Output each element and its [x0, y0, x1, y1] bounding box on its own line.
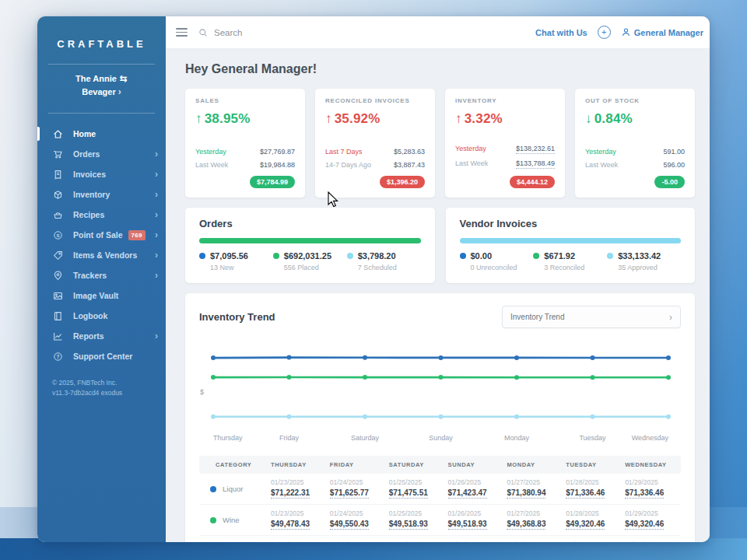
search-input[interactable]: Search: [198, 28, 242, 37]
cell-value[interactable]: $49,368.83: [507, 520, 545, 530]
sidebar-item-trackers[interactable]: Trackers ›: [37, 265, 166, 285]
property-selector[interactable]: The Annie⇆ Bevager›: [37, 72, 166, 99]
kpi-row: SALES ↑38.95% Yesterday$27,769.87 Last W…: [185, 89, 695, 198]
sidebar-item-label: Recipes: [73, 210, 104, 219]
kpi-row-value: $19,984.88: [260, 161, 295, 169]
sidebar-item-inventory[interactable]: Inventory ›: [37, 184, 166, 205]
chevron-right-icon: ›: [155, 149, 158, 159]
home-icon: [52, 128, 63, 139]
sidebar-item-logbook[interactable]: Logbook: [37, 306, 166, 326]
user-label: General Manager: [634, 28, 703, 37]
sidebar-item-recipes[interactable]: Recipes ›: [37, 205, 166, 225]
cell-value[interactable]: $71,380.94: [507, 488, 545, 499]
box-icon: [52, 189, 63, 200]
image-icon: [52, 290, 63, 301]
trend-metric-dropdown[interactable]: Inventory Trend ›: [502, 306, 681, 328]
legend-amount: $671.92: [544, 251, 575, 261]
kpi-card-inventory[interactable]: INVENTORY ↑3.32% Yesterday$138,232.61 La…: [445, 89, 565, 198]
legend-amount: $692,031.25: [284, 251, 331, 261]
orders-legend-new: $7,095.56 13 New: [199, 251, 273, 271]
kpi-row-key: Last Week: [585, 161, 618, 169]
cell-value[interactable]: $71,336.46: [625, 488, 664, 499]
cell-value[interactable]: $71,222.31: [271, 488, 310, 499]
swap-property-icon[interactable]: ⇆: [120, 73, 128, 84]
kpi-row-value: $5,283.63: [394, 148, 425, 156]
table-row-partial: 01/23/2025 01/24/2025 01/25/2025 01/26/2…: [199, 536, 681, 542]
sidebar-item-orders[interactable]: Orders ›: [37, 144, 166, 164]
cell-value[interactable]: $49,518.93: [448, 520, 487, 530]
kpi-card-out-of-stock[interactable]: OUT OF STOCK ↓0.84% Yesterday591.00 Last…: [575, 89, 695, 198]
table-row-wine: Wine 01/23/2025$49,478.43 01/24/2025$49,…: [199, 505, 681, 536]
sidebar-nav: Home Orders › Invoices › Inventory › Rec…: [37, 124, 166, 366]
kpi-delta-badge: $7,784.99: [250, 176, 295, 188]
chevron-right-icon: ›: [155, 230, 158, 240]
cell-value[interactable]: $49,518.93: [389, 520, 428, 530]
kpi-row-value[interactable]: $138,232.61: [516, 145, 555, 154]
legend-amount: $33,133.42: [618, 251, 661, 261]
vendor-invoices-card[interactable]: Vendor Invoices $0.00 0 Unreconciled $67…: [446, 208, 696, 283]
blue-dot-icon: [460, 253, 466, 259]
cell-value[interactable]: $49,550.43: [330, 520, 369, 530]
kpi-delta-badge: $4,444.12: [510, 176, 555, 188]
svg-text:?: ?: [56, 353, 59, 359]
map-pin-icon: [52, 270, 63, 281]
cell-value[interactable]: $49,478.43: [271, 520, 310, 530]
property-chevron-icon: ›: [118, 86, 121, 97]
kpi-row-key: Yesterday: [585, 148, 616, 156]
arrow-up-icon: ↑: [455, 111, 462, 126]
kpi-row-value: $3,887.43: [394, 161, 425, 169]
lightblue-dot-icon: [607, 253, 613, 259]
cell-value[interactable]: $49,320.46: [625, 520, 664, 530]
sidebar-item-label: Logbook: [73, 311, 107, 320]
property-name-line2: Bevager: [82, 87, 115, 96]
menu-hamburger-icon[interactable]: [176, 28, 188, 37]
sidebar-item-home[interactable]: Home: [37, 124, 166, 144]
svg-text:$: $: [200, 388, 204, 396]
cart-icon: [52, 149, 63, 159]
sidebar-item-reports[interactable]: Reports ›: [37, 326, 166, 346]
orders-card[interactable]: Orders $7,095.56 13 New $692,031.25 556 …: [185, 208, 435, 283]
category-label: Wine: [223, 516, 240, 524]
orders-title: Orders: [199, 218, 421, 229]
kpi-row-key: Yesterday: [195, 148, 226, 156]
add-plus-icon[interactable]: +: [598, 26, 611, 39]
user-menu[interactable]: General Manager: [621, 27, 705, 37]
sidebar-item-point-of-sale[interactable]: S Point of Sale 769 ›: [37, 225, 166, 245]
lightblue-dot-icon: [347, 253, 353, 259]
legend-label: 35 Approved: [618, 264, 681, 271]
kpi-row-key: Yesterday: [455, 145, 486, 152]
sidebar-item-label: Orders: [73, 149, 100, 159]
cell-value[interactable]: $71,336.46: [566, 488, 605, 499]
column-header: FRIDAY: [327, 456, 386, 474]
sidebar-item-label: Invoices: [73, 170, 106, 179]
cell-value[interactable]: $71,475.51: [389, 488, 428, 499]
cell-date: 01/25/2025: [389, 509, 445, 517]
chat-with-us-link[interactable]: Chat with Us: [535, 28, 587, 37]
copyright-text: © 2025, FNBTech Inc.: [52, 378, 166, 388]
chart-icon: [52, 331, 63, 341]
column-header: SATURDAY: [386, 456, 445, 474]
summary-row: Orders $7,095.56 13 New $692,031.25 556 …: [185, 208, 695, 283]
cell-value[interactable]: $71,423.47: [448, 488, 487, 499]
kpi-label: RECONCILED INVOICES: [325, 97, 425, 104]
sidebar-item-items-vendors[interactable]: Items & Vendors ›: [37, 245, 166, 265]
svg-text:S: S: [56, 232, 59, 237]
arrow-up-icon: ↑: [325, 111, 332, 126]
kpi-card-reconciled-invoices[interactable]: RECONCILED INVOICES ↑35.92% Last 7 Days$…: [315, 89, 435, 198]
cell-date: 01/23/2025: [271, 541, 327, 542]
sidebar-item-image-vault[interactable]: Image Vault: [37, 285, 166, 306]
sidebar-item-support-center[interactable]: ? Support Center: [37, 346, 166, 366]
chevron-right-icon: ›: [155, 210, 158, 219]
kpi-row-value[interactable]: $133,788.49: [516, 159, 555, 169]
cell-date: 01/29/2025: [625, 478, 681, 486]
kpi-card-sales[interactable]: SALES ↑38.95% Yesterday$27,769.87 Last W…: [185, 89, 305, 198]
cell-value[interactable]: $49,320.46: [566, 520, 605, 530]
trend-chart[interactable]: $ThursdayFridaySaturdaySundayMondayTuesd…: [199, 345, 681, 445]
cell-value[interactable]: $71,625.77: [330, 488, 369, 499]
kpi-row-key: Last Week: [195, 161, 228, 169]
cell-date: 01/23/2025: [271, 509, 327, 517]
divider: [48, 113, 155, 114]
svg-text:Wednesday: Wednesday: [632, 434, 669, 442]
sidebar-item-invoices[interactable]: Invoices ›: [37, 164, 166, 184]
book-icon: [52, 310, 63, 321]
